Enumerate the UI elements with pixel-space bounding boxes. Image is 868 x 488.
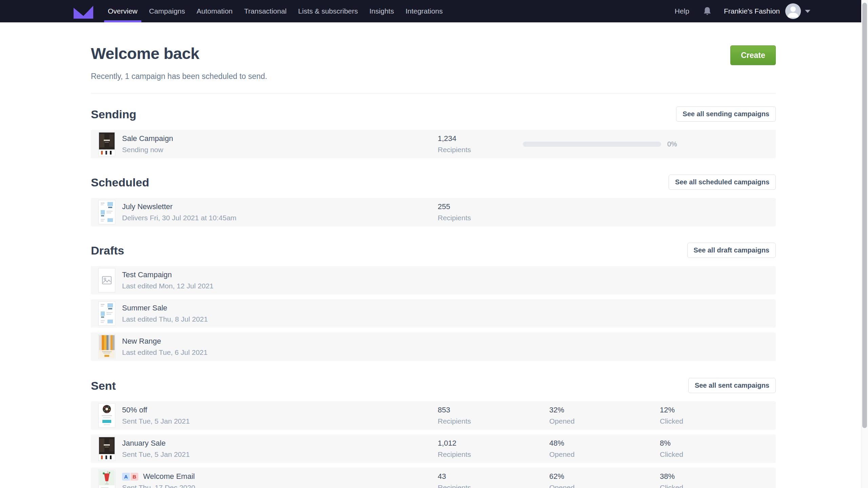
scrollbar[interactable]	[861, 0, 868, 488]
see-all-scheduled-button[interactable]: See all scheduled campaigns	[669, 175, 776, 190]
scheduled-section-header: Scheduled See all scheduled campaigns	[91, 175, 776, 190]
recipients-label: Recipients	[438, 483, 549, 488]
opened-percent: 48%	[549, 439, 660, 448]
recipients-label: Recipients	[438, 450, 549, 459]
image-placeholder-thumbnail	[98, 268, 115, 292]
campaign-name: Welcome Email	[143, 472, 195, 481]
campaign-row-new-range[interactable]: New Range Last edited Tue, 6 Jul 2021	[91, 332, 776, 361]
sending-progress-percent: 0%	[667, 140, 677, 148]
recipients-count: 1,234	[438, 134, 523, 143]
opened-label: Opened	[549, 450, 660, 459]
nav-item-integrations[interactable]: Integrations	[400, 0, 449, 22]
nav-item-label: Integrations	[406, 7, 443, 15]
campaign-name: July Newsletter	[122, 202, 173, 211]
nav-item-label: Insights	[370, 7, 394, 15]
campaign-row-sale-campaign[interactable]: Sale Campaign Sending now 1,234 Recipien…	[91, 130, 776, 158]
campaign-name: Sale Campaign	[122, 134, 173, 143]
campaign-status: Last edited Tue, 6 Jul 2021	[122, 348, 438, 357]
campaign-row-50-percent-off[interactable]: 50% off Sent Tue, 5 Jan 2021 853 Recipie…	[91, 401, 776, 430]
campaign-row-test-campaign[interactable]: Test Campaign Last edited Mon, 12 Jul 20…	[91, 266, 776, 294]
recipients-label: Recipients	[438, 214, 549, 222]
scheduled-section-title: Scheduled	[91, 175, 149, 189]
see-all-sending-button[interactable]: See all sending campaigns	[676, 106, 776, 122]
campaign-status: Sent Tue, 5 Jan 2021	[122, 450, 438, 459]
sent-section-title: Sent	[91, 379, 116, 393]
strawberry-drink-photo-thumbnail	[98, 470, 115, 488]
clothing-photo-thumbnail	[98, 334, 115, 359]
main-content: Welcome back Recently, 1 campaign has be…	[91, 22, 776, 488]
nav-item-label: Campaigns	[149, 7, 185, 15]
opened-percent: 32%	[549, 406, 660, 414]
donut-photo-thumbnail	[98, 403, 115, 428]
sent-section-header: Sent See all sent campaigns	[91, 378, 776, 393]
help-link[interactable]: Help	[675, 7, 689, 15]
nav-item-label: Lists & subscribers	[298, 7, 358, 15]
campaign-row-summer-sale[interactable]: Summer Sale Last edited Thu, 8 Jul 2021	[91, 299, 776, 328]
account-name: Frankie's Fashion	[724, 7, 780, 15]
campaign-status: Last edited Mon, 12 Jul 2021	[122, 282, 438, 290]
sent-rows: 50% off Sent Tue, 5 Jan 2021 853 Recipie…	[91, 401, 776, 488]
recipients-label: Recipients	[438, 145, 523, 154]
drafts-section-title: Drafts	[91, 243, 124, 258]
account-menu[interactable]: Frankie's Fashion	[724, 3, 810, 19]
top-navigation: Overview Campaigns Automation Transactio…	[0, 0, 868, 22]
campaign-status: Sent Tue, 5 Jan 2021	[122, 417, 438, 425]
campaign-row-january-sale[interactable]: January Sale Sent Tue, 5 Jan 2021 1,012 …	[91, 434, 776, 463]
sending-progress-bar	[523, 142, 661, 147]
newsletter-layout-thumbnail	[98, 301, 115, 326]
recipients-count: 255	[438, 202, 549, 211]
logo-mark-icon	[73, 3, 94, 19]
nav-item-label: Transactional	[244, 7, 287, 15]
page-subtitle: Recently, 1 campaign has been scheduled …	[91, 72, 267, 81]
nav-item-insights[interactable]: Insights	[364, 0, 400, 22]
recipients-count: 1,012	[438, 439, 549, 448]
ab-badge-b: B	[131, 473, 138, 481]
sending-rows: Sale Campaign Sending now 1,234 Recipien…	[91, 130, 776, 158]
clicked-label: Clicked	[660, 450, 683, 459]
chevron-down-icon	[805, 10, 810, 13]
recipients-label: Recipients	[438, 417, 549, 425]
campaign-row-welcome-email[interactable]: A B Welcome Email Sent Thu, 17 Dec 2020 …	[91, 468, 776, 488]
scheduled-rows: July Newsletter Delivers Fri, 30 Jul 202…	[91, 198, 776, 226]
clicked-percent: 8%	[660, 439, 683, 448]
scrollbar-thumb[interactable]	[862, 3, 867, 428]
clicked-label: Clicked	[660, 483, 683, 488]
page-header: Welcome back Recently, 1 campaign has be…	[91, 22, 776, 81]
campaign-name: Test Campaign	[122, 270, 172, 279]
nav-item-campaigns[interactable]: Campaigns	[143, 0, 191, 22]
header-divider	[91, 93, 776, 94]
nav-right-group: Help Frankie's Fashion	[675, 3, 810, 19]
bell-icon[interactable]	[703, 6, 712, 16]
nav-item-transactional[interactable]: Transactional	[238, 0, 292, 22]
sending-section-header: Sending See all sending campaigns	[91, 106, 776, 122]
campaign-monitor-logo[interactable]	[73, 3, 94, 19]
opened-label: Opened	[549, 417, 660, 425]
clicked-percent: 12%	[660, 406, 683, 414]
opened-percent: 62%	[549, 472, 660, 481]
clicked-label: Clicked	[660, 417, 683, 425]
recipients-count: 853	[438, 406, 549, 414]
campaign-status: Last edited Thu, 8 Jul 2021	[122, 315, 438, 323]
drafts-section-header: Drafts See all draft campaigns	[91, 243, 776, 258]
dark-fashion-photo-thumbnail	[98, 132, 115, 156]
nav-item-overview[interactable]: Overview	[102, 0, 143, 22]
campaign-status: Sent Thu, 17 Dec 2020	[122, 483, 438, 488]
campaign-status: Sending now	[122, 145, 438, 154]
nav-item-lists-subscribers[interactable]: Lists & subscribers	[292, 0, 363, 22]
nav-items: Overview Campaigns Automation Transactio…	[102, 0, 449, 22]
ab-test-badge: A B	[122, 473, 138, 481]
clicked-percent: 38%	[660, 472, 683, 481]
see-all-drafts-button[interactable]: See all draft campaigns	[687, 243, 776, 258]
campaign-name: Summer Sale	[122, 304, 167, 312]
create-button[interactable]: Create	[730, 45, 776, 65]
newsletter-layout-thumbnail	[98, 200, 115, 224]
dark-fashion-photo-thumbnail	[98, 436, 115, 461]
campaign-row-july-newsletter[interactable]: July Newsletter Delivers Fri, 30 Jul 202…	[91, 198, 776, 226]
drafts-rows: Test Campaign Last edited Mon, 12 Jul 20…	[91, 266, 776, 361]
campaign-name: New Range	[122, 337, 161, 346]
page-title: Welcome back	[91, 44, 267, 63]
see-all-sent-button[interactable]: See all sent campaigns	[688, 378, 776, 393]
nav-item-automation[interactable]: Automation	[191, 0, 238, 22]
campaign-name: 50% off	[122, 406, 147, 414]
ab-badge-a: A	[122, 473, 130, 481]
